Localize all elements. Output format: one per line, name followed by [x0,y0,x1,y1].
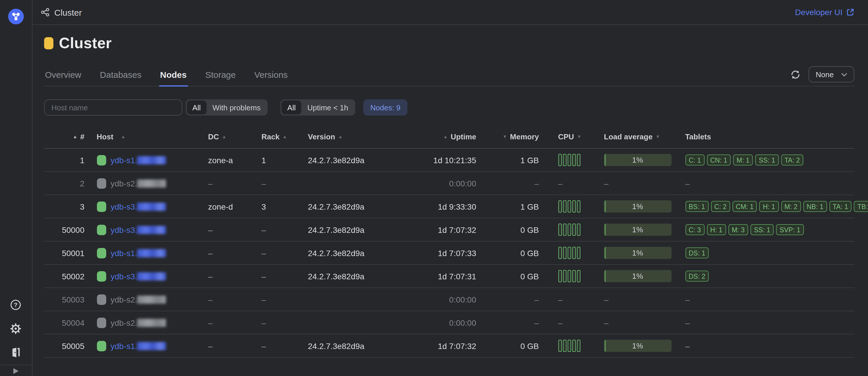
host-link[interactable]: ydb-s3. [111,225,166,234]
cell-version: 24.2.7.3e82d9a [308,225,407,234]
column-header-memory[interactable]: ▼Memory [476,133,539,141]
cell-host: ydb-s3. [85,271,208,281]
cell-dc: – [208,225,261,234]
censored-host-suffix [137,272,166,280]
cpu-bar [563,154,566,166]
column-header-rack[interactable]: Rack▲ [261,133,308,141]
cpu-bar [577,200,581,212]
nodes-table: ▲#Host▲DC▲Rack▲Version▲▲Uptime▼MemoryCPU… [44,125,854,358]
host-link[interactable]: ydb-s3. [111,271,166,281]
cell-rack: 1 [261,155,308,165]
tab-versions[interactable]: Versions [253,70,289,86]
empty-value: – [261,225,266,234]
settings-icon[interactable] [10,323,22,334]
host-name-input[interactable] [44,99,182,116]
tablet-badge: TA: 1 [829,201,851,212]
load-average-fill [604,340,606,352]
empty-value: – [558,318,563,327]
host-link: ydb-s2. [111,318,166,327]
main-area: Cluster Developer UI Cluster OverviewDat… [32,0,868,376]
problems-filter-toggle: AllWith problems [185,99,268,116]
cell-rack: – [261,295,308,304]
tab-overview[interactable]: Overview [44,70,83,86]
cpu-usage-bars [558,270,581,282]
host-link[interactable]: ydb-s3. [111,202,166,211]
cpu-bar [568,340,571,352]
node-status-icon [97,155,106,165]
node-status-icon [97,201,106,212]
censored-host-suffix [137,342,166,350]
tablet-badge: H: 1 [707,224,726,235]
cell-load: 1% [590,340,683,352]
content: Cluster OverviewDatabasesNodesStorageVer… [32,25,868,376]
logout-icon[interactable] [10,346,22,358]
empty-value: – [261,271,266,281]
cell-uptime: 1d 7:07:32 [407,225,476,234]
load-average-fill [604,154,606,166]
expand-arrow-icon [13,368,19,374]
cpu-bar [577,270,581,282]
table-row: 50005ydb-s1.––24.2.7.3e82d9a1d 7:07:320 … [44,335,854,358]
problems-filter-option-all[interactable]: All [187,100,207,114]
ydb-logo[interactable] [8,9,24,24]
cell-cpu [539,154,590,166]
column-label-tablets: Tablets [685,133,711,141]
tablet-badge: C: 1 [685,154,704,166]
column-header-num[interactable]: ▲# [44,133,85,141]
cell-memory: 1 GB [476,155,539,165]
cell-memory: – [476,295,539,304]
sort-arrow-icon: ▼ [656,135,660,139]
cell-dc: – [208,248,261,258]
censored-host-suffix [137,202,166,210]
cell-uptime: 0:00:00 [407,318,476,327]
host-link[interactable]: ydb-s1. [111,341,166,350]
help-icon[interactable]: ? [10,299,22,310]
cpu-bar [563,340,566,352]
cell-rack: – [261,271,308,281]
node-status-icon [97,294,106,305]
host-link[interactable]: ydb-s1. [111,155,166,165]
empty-value: – [558,295,563,304]
empty-value: – [685,341,690,350]
problems-filter-option-with-problems[interactable]: With problems [207,100,267,114]
column-header-dc[interactable]: DC▲ [208,133,261,141]
column-header-load[interactable]: Load average▼ [590,133,683,141]
uptime-filter-toggle: AllUptime < 1h [280,99,355,116]
table-row: 1ydb-s1.zone-a124.2.7.3e82d9a1d 10:21:35… [44,149,854,172]
cell-memory: 0 GB [476,271,539,281]
autorefresh-select[interactable]: None [809,66,854,83]
column-header-cpu[interactable]: CPU▼ [539,133,590,141]
column-header-uptime[interactable]: ▲Uptime [407,133,476,141]
cell-load: 1% [590,270,683,282]
filters-row: AllWith problems AllUptime < 1h Nodes: 9 [44,99,854,116]
tab-storage[interactable]: Storage [204,70,237,86]
tabs-row: OverviewDatabasesNodesStorageVersions [44,66,854,87]
page-title: Cluster [59,34,112,52]
empty-value: – [534,179,539,188]
uptime-filter-option-uptime-1h[interactable]: Uptime < 1h [302,100,354,114]
column-header-host[interactable]: Host▲ [85,133,208,141]
cpu-bar [558,154,562,166]
column-header-version[interactable]: Version▲ [308,133,407,141]
expand-sidebar-button[interactable] [0,365,32,376]
load-average-value: 1% [632,249,643,257]
host-link[interactable]: ydb-s1. [111,248,166,258]
cpu-bar [577,154,581,166]
developer-ui-link[interactable]: Developer UI [795,7,854,17]
cpu-bar [563,200,566,212]
tab-nodes[interactable]: Nodes [159,70,188,86]
empty-value: – [604,295,609,304]
refresh-button[interactable] [790,69,801,80]
censored-host-suffix [137,156,166,164]
node-status-icon [97,271,106,281]
cpu-usage-bars [558,200,581,212]
uptime-filter-option-all[interactable]: All [281,100,302,114]
cell-load: 1% [590,154,683,166]
tab-databases[interactable]: Databases [99,70,143,86]
tablet-badge: CM: 1 [732,201,757,212]
cell-num: 50002 [44,271,85,281]
column-label-memory: Memory [510,133,539,141]
tablet-badge: TA: 2 [781,154,803,166]
breadcrumb[interactable]: Cluster [40,7,82,17]
tablet-badge: BS: 1 [685,201,708,212]
